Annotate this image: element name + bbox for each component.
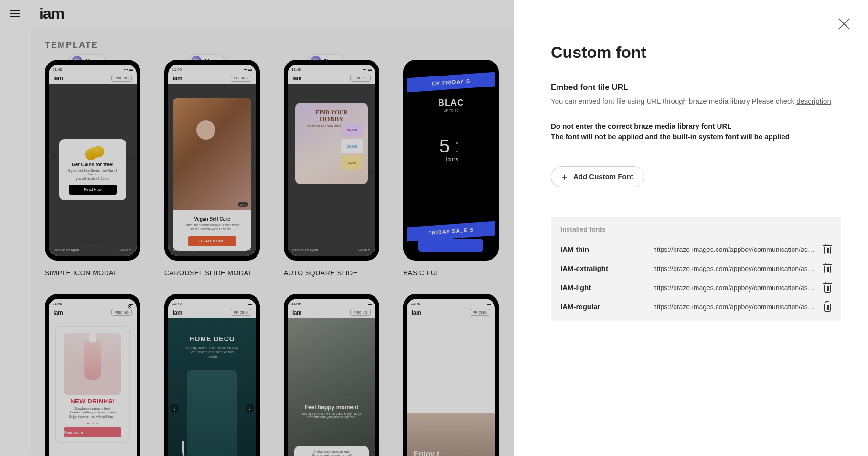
font-row: IAM-light https://braze-images.com/appbo…: [560, 278, 832, 297]
embed-title: Embed font file URL: [551, 83, 841, 92]
font-row: IAM-thin https://braze-images.com/appboy…: [560, 240, 832, 259]
description-link[interactable]: description: [796, 97, 831, 105]
plus-icon: ＋: [560, 173, 568, 181]
delete-icon[interactable]: [823, 283, 832, 293]
font-name: IAM-thin: [560, 245, 646, 253]
font-row: IAM-extralight https://braze-images.com/…: [560, 259, 832, 278]
font-url: https://braze-images.com/appboy/communic…: [653, 246, 816, 253]
embed-description: You can embed font file using URL throug…: [551, 96, 841, 107]
delete-icon[interactable]: [823, 264, 832, 273]
delete-icon[interactable]: [823, 245, 832, 254]
warning-block: Do not enter the correct braze media lib…: [551, 121, 841, 142]
custom-font-panel: Custom font Embed font file URL You can …: [514, 0, 868, 456]
installed-fonts-box: Installed fonts IAM-thin https://braze-i…: [551, 217, 841, 321]
delete-icon[interactable]: [823, 302, 832, 312]
panel-title: Custom font: [551, 43, 841, 62]
close-icon[interactable]: [837, 17, 851, 31]
installed-fonts-header: Installed fonts: [560, 226, 832, 233]
font-row: IAM-regular https://braze-images.com/app…: [560, 297, 832, 316]
add-custom-font-button[interactable]: ＋ Add Custom Font: [551, 166, 644, 187]
